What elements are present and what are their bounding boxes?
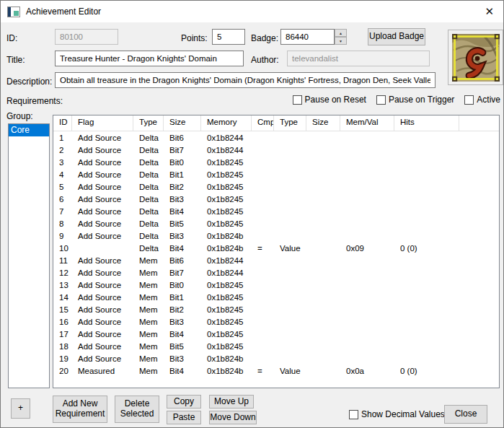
group-item[interactable]: Core [9,124,49,136]
table-row[interactable]: 11Add SourceMemBit60x1b8244 [53,256,499,268]
table-row[interactable]: 1Add SourceDeltaBit60x1b8244 [53,133,499,145]
table-row[interactable]: 7Add SourceDeltaBit40x1b8245 [53,206,499,219]
table-cell: 0x1b8245 [201,170,252,182]
group-listbox[interactable]: Core [8,123,50,388]
requirement-checkbox[interactable]: Pause on Reset [293,95,366,105]
table-cell: 14 [53,292,72,305]
table-cell [306,268,340,280]
description-field[interactable] [55,72,436,88]
table-row[interactable]: 16Add SourceMemBit30x1b8245 [53,317,499,329]
table-cell: Add Source [72,133,133,145]
table-cell: Add Source [72,145,133,157]
table-row[interactable]: 18Add SourceMemBit50x1b8245 [53,341,499,354]
table-cell [306,145,340,157]
table-cell [340,329,394,341]
table-cell: 0x1b824b [201,231,252,243]
table-row[interactable]: 2Add SourceDeltaBit70x1b8244 [53,145,499,157]
table-cell [340,268,394,280]
column-header[interactable]: Size [164,115,201,131]
table-row[interactable]: 3Add SourceDeltaBit00x1b8245 [53,157,499,170]
table-cell: 0x0a [340,366,394,378]
column-header[interactable]: Mem/Val [340,115,394,131]
column-header[interactable] [459,115,499,131]
title-field[interactable] [55,51,244,66]
table-cell [274,292,306,305]
checkbox-icon[interactable] [376,95,386,105]
paste-button[interactable]: Paste [167,411,201,424]
checkbox-icon[interactable] [293,95,302,105]
add-new-requirement-button[interactable]: Add New Requirement [53,396,107,423]
table-cell: 17 [53,329,72,341]
column-header[interactable]: Hits [394,115,459,131]
table-cell [252,329,274,341]
table-cell [306,341,340,354]
table-cell [459,231,499,243]
move-down-button[interactable]: Move Down [209,411,257,424]
checkbox-icon[interactable] [349,410,358,419]
table-cell: Bit0 [164,280,201,292]
table-cell: Mem [133,366,164,378]
column-header[interactable]: Type [274,115,306,131]
column-header[interactable]: Type [133,115,164,131]
table-cell: 4 [53,170,72,182]
table-row[interactable]: 5Add SourceDeltaBit20x1b8245 [53,182,499,194]
table-row[interactable]: 8Add SourceDeltaBit50x1b8245 [53,219,499,231]
table-cell [340,145,394,157]
table-cell [340,280,394,292]
table-cell: 3 [53,157,72,170]
requirement-checkbox[interactable]: Active [464,95,500,105]
requirement-checkbox[interactable]: Pause on Trigger [376,95,454,105]
table-row[interactable]: 17Add SourceMemBit40x1b8245 [53,329,499,341]
table-cell: 5 [53,182,72,194]
table-cell [306,170,340,182]
upload-badge-button[interactable]: Upload Badge [368,28,425,45]
copy-button[interactable]: Copy [167,395,201,409]
points-field[interactable] [212,29,245,45]
badge-field[interactable] [280,29,335,45]
table-row[interactable]: 19Add SourceMemBit30x1b824b [53,354,499,366]
column-header[interactable]: Memory [201,115,252,131]
table-cell [459,256,499,268]
table-cell: Add Source [72,292,133,305]
add-group-button[interactable]: + [11,398,30,419]
table-cell: Mem [133,268,164,280]
column-header[interactable]: Cmp [252,115,274,131]
table-row[interactable]: 20MeasuredMemBit40x1b824b=Value0x0a0 (0) [53,366,499,378]
requirements-table: IDFlagTypeSizeMemoryCmpTypeSizeMem/ValHi… [53,115,500,388]
show-decimal-values-label: Show Decimal Values [361,409,445,419]
table-row[interactable]: 13Add SourceMemBit00x1b8245 [53,280,499,292]
table-cell: Delta [133,194,164,206]
spinner-down-icon[interactable]: ▼ [335,37,347,45]
table-cell: Bit2 [164,305,201,317]
table-row[interactable]: 6Add SourceDeltaBit30x1b8245 [53,194,499,206]
spinner-up-icon[interactable]: ▲ [335,29,347,37]
window-close-button[interactable]: ✕ [485,5,494,18]
table-row[interactable]: 15Add SourceMemBit20x1b8245 [53,305,499,317]
table-cell [459,366,499,378]
table-cell [306,317,340,329]
move-up-button[interactable]: Move Up [209,395,254,409]
table-cell [306,256,340,268]
table-row[interactable]: 12Add SourceMemBit70x1b8244 [53,268,499,280]
table-row[interactable]: 4Add SourceDeltaBit10x1b8245 [53,170,499,182]
author-field [287,51,430,66]
table-cell [306,305,340,317]
table-row[interactable]: 9Add SourceDeltaBit30x1b824b [53,231,499,243]
table-row[interactable]: 10DeltaBit40x1b824b=Value0x090 (0) [53,243,499,256]
close-button[interactable]: Close [444,405,487,424]
table-row[interactable]: 14Add SourceMemBit10x1b8245 [53,292,499,305]
checkbox-icon[interactable] [464,95,474,105]
table-cell [306,133,340,145]
table-cell [459,280,499,292]
table-cell: 20 [53,366,72,378]
column-header[interactable]: ID [53,115,72,131]
table-header: IDFlagTypeSizeMemoryCmpTypeSizeMem/ValHi… [53,115,499,131]
column-header[interactable]: Flag [72,115,133,131]
table-cell [252,194,274,206]
table-cell [306,194,340,206]
show-decimal-values-checkbox[interactable]: Show Decimal Values [349,409,445,419]
column-header[interactable]: Size [306,115,340,131]
delete-selected-button[interactable]: Delete Selected [115,396,159,423]
table-cell [340,256,394,268]
table-cell [274,329,306,341]
